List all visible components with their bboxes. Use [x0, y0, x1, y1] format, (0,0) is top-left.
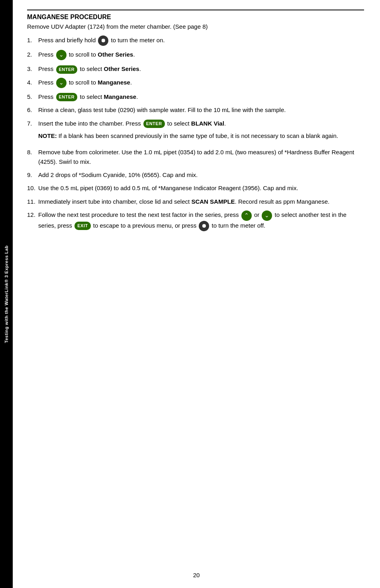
- step-9-number: 9.: [27, 170, 38, 180]
- step-4-number: 4.: [27, 78, 38, 87]
- step-6: 6. Rinse a clean, glass test tube (0290)…: [27, 105, 364, 115]
- step-6-content: Rinse a clean, glass test tube (0290) wi…: [38, 105, 364, 114]
- step-9-content: Add 2 drops of *Sodium Cyanide, 10% (656…: [38, 170, 364, 179]
- step-8-number: 8.: [27, 147, 38, 157]
- step-2-content: Press ⌄ to scroll to Other Series.: [38, 50, 364, 60]
- step-4-content: Press ⌄ to scroll to Manganese.: [38, 78, 364, 88]
- step-1-content: Press and briefly hold ⏺ to turn the met…: [38, 35, 364, 46]
- step-1-number: 1.: [27, 35, 38, 45]
- step-5-number: 5.: [27, 92, 38, 102]
- step-11-content: Immediately insert tube into chamber, cl…: [38, 197, 364, 206]
- step-8: 8. Remove tube from colorimeter. Use the…: [27, 147, 364, 166]
- power-icon: ⏺: [98, 35, 108, 46]
- enter-button-icon-2: ENTER: [56, 93, 78, 101]
- step-5-content: Press ENTER to select Manganese.: [38, 92, 364, 102]
- sidebar-label: Testing with the WaterLink® 3 Express La…: [4, 245, 9, 343]
- step-2: 2. Press ⌄ to scroll to Other Series.: [27, 50, 364, 60]
- scroll-down-icon-3: ⌄: [262, 210, 272, 221]
- main-content: MANGANESE PROCEDURE Remove UDV Adapter (…: [13, 0, 380, 588]
- step-9: 9. Add 2 drops of *Sodium Cyanide, 10% (…: [27, 170, 364, 180]
- steps-list: 1. Press and briefly hold ⏺ to turn the …: [27, 35, 364, 231]
- step-11: 11. Immediately insert tube into chamber…: [27, 197, 364, 206]
- step-12-content: Follow the next test procedure to test t…: [38, 210, 364, 231]
- scroll-up-icon: ⌃: [241, 210, 252, 221]
- step-1: 1. Press and briefly hold ⏺ to turn the …: [27, 35, 364, 46]
- step-11-number: 11.: [27, 197, 38, 206]
- step-10-content: Use the 0.5 mL pipet (0369) to add 0.5 m…: [38, 183, 364, 193]
- scroll-down-icon-2: ⌄: [56, 78, 67, 88]
- note-block: NOTE: If a blank has been scanned previo…: [38, 131, 364, 140]
- step-3: 3. Press ENTER to select Other Series.: [27, 64, 364, 74]
- step-8-content: Remove tube from colorimeter. Use the 1.…: [38, 147, 364, 166]
- page-footer: 20: [13, 572, 380, 578]
- step-4: 4. Press ⌄ to scroll to Manganese.: [27, 78, 364, 88]
- enter-button-icon: ENTER: [56, 65, 78, 74]
- step-3-number: 3.: [27, 64, 38, 74]
- page-number: 20: [193, 572, 200, 578]
- step-12: 12. Follow the next test procedure to te…: [27, 210, 364, 231]
- step-5: 5. Press ENTER to select Manganese.: [27, 92, 364, 102]
- top-border: [27, 10, 364, 10]
- scroll-down-icon: ⌄: [56, 50, 67, 60]
- step-10-number: 10.: [27, 183, 38, 193]
- page-title: MANGANESE PROCEDURE: [27, 14, 364, 21]
- step-12-number: 12.: [27, 210, 38, 220]
- step-2-number: 2.: [27, 50, 38, 59]
- power-icon-2: ⏺: [199, 221, 209, 231]
- step-6-number: 6.: [27, 105, 38, 115]
- step-10: 10. Use the 0.5 mL pipet (0369) to add 0…: [27, 183, 364, 193]
- intro-text: Remove UDV Adapter (1724) from the meter…: [27, 23, 364, 30]
- enter-button-icon-3: ENTER: [143, 120, 165, 128]
- exit-button-icon: EXIT: [74, 222, 90, 230]
- step-7-content: Insert the tube into the chamber. Press …: [38, 119, 364, 144]
- sidebar: Testing with the WaterLink® 3 Express La…: [0, 0, 13, 588]
- step-3-content: Press ENTER to select Other Series.: [38, 64, 364, 74]
- step-7-number: 7.: [27, 119, 38, 128]
- step-7: 7. Insert the tube into the chamber. Pre…: [27, 119, 364, 144]
